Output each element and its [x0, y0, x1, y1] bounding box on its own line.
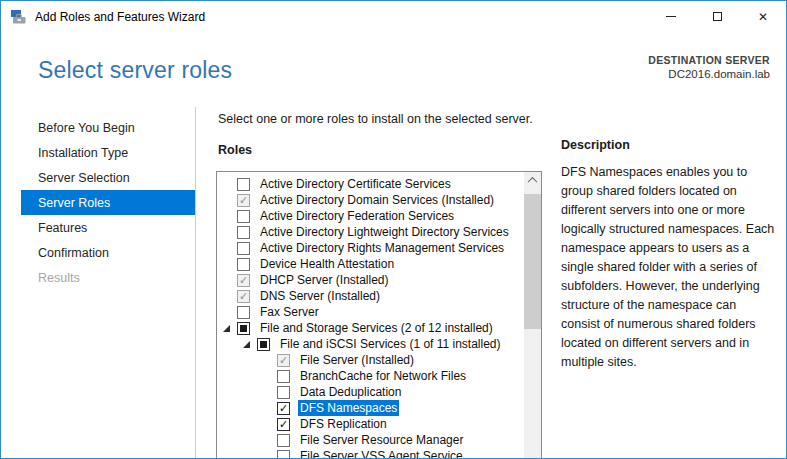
sidebar-item-results[interactable]: Results — [21, 265, 195, 290]
sidebar-separator — [195, 107, 196, 458]
role-label[interactable]: Active Directory Rights Management Servi… — [258, 240, 506, 256]
sidebar-item-server-selection[interactable]: Server Selection — [21, 165, 195, 190]
role-checkbox[interactable] — [237, 242, 250, 255]
role-checkbox[interactable] — [237, 306, 250, 319]
role-row[interactable]: ✓ File Server (Installed) — [217, 352, 524, 368]
sidebar-item-before-you-begin[interactable]: Before You Begin — [21, 115, 195, 140]
minimize-icon — [666, 16, 676, 17]
role-label[interactable]: DNS Server (Installed) — [258, 288, 382, 304]
window-title: Add Roles and Features Wizard — [35, 10, 205, 24]
tree-expander-icon[interactable] — [223, 325, 230, 332]
chevron-up-icon — [528, 177, 538, 187]
role-checkbox[interactable]: ✓ — [237, 194, 250, 207]
role-label[interactable]: BranchCache for Network Files — [298, 368, 468, 384]
role-row[interactable]: File Server Resource Manager — [217, 432, 524, 448]
role-checkbox[interactable]: ✓ — [277, 402, 290, 415]
role-checkbox[interactable] — [237, 178, 250, 191]
role-row[interactable]: BranchCache for Network Files — [217, 368, 524, 384]
destination-server: DESTINATION SERVER DC2016.domain.lab — [648, 54, 770, 80]
role-row[interactable]: ✓ DFS Replication — [217, 416, 524, 432]
sidebar-item-confirmation[interactable]: Confirmation — [21, 240, 195, 265]
role-checkbox[interactable] — [277, 434, 290, 447]
role-row[interactable]: ✓ DFS Namespaces — [217, 400, 524, 416]
partial-check-square — [240, 325, 247, 332]
role-checkbox[interactable]: ✓ — [237, 290, 250, 303]
role-row[interactable]: Active Directory Certificate Services — [217, 176, 524, 192]
role-row[interactable]: Active Directory Federation Services — [217, 208, 524, 224]
description-text: DFS Namespaces enables you to group shar… — [561, 163, 777, 372]
roles-listbox[interactable]: Active Directory Certificate Services ✓ … — [216, 171, 542, 459]
role-label[interactable]: Active Directory Domain Services (Instal… — [258, 192, 496, 208]
role-row[interactable]: Fax Server — [217, 304, 524, 320]
tree-expander-icon[interactable] — [243, 341, 250, 348]
role-row[interactable]: File and iSCSI Services (1 of 11 install… — [217, 336, 524, 352]
role-checkbox[interactable]: ✓ — [237, 274, 250, 287]
role-checkbox[interactable] — [277, 386, 290, 399]
role-label[interactable]: File Server VSS Agent Service — [298, 448, 465, 459]
role-row[interactable]: Active Directory Rights Management Servi… — [217, 240, 524, 256]
wizard-window: Add Roles and Features Wizard ✕ Select s… — [0, 0, 787, 459]
role-label[interactable]: File and Storage Services (2 of 12 insta… — [258, 320, 495, 336]
role-label[interactable]: Data Deduplication — [298, 384, 403, 400]
sidebar-item-server-roles[interactable]: Server Roles — [21, 190, 195, 215]
role-checkbox[interactable] — [277, 370, 290, 383]
roles-scrollbar[interactable] — [524, 172, 541, 459]
sidebar-item-features[interactable]: Features — [21, 215, 195, 240]
role-row[interactable]: ✓ DNS Server (Installed) — [217, 288, 524, 304]
role-row[interactable]: File Server VSS Agent Service — [217, 448, 524, 459]
scrollbar-thumb[interactable] — [524, 194, 541, 329]
role-checkbox[interactable] — [237, 210, 250, 223]
roles-label: Roles — [218, 143, 252, 157]
wizard-sidebar: Before You BeginInstallation TypeServer … — [21, 115, 195, 290]
role-label[interactable]: Fax Server — [258, 304, 321, 320]
role-row[interactable]: File and Storage Services (2 of 12 insta… — [217, 320, 524, 336]
role-label[interactable]: File Server (Installed) — [298, 352, 416, 368]
maximize-icon — [713, 12, 722, 21]
role-label[interactable]: DFS Namespaces — [298, 400, 399, 416]
role-checkbox[interactable] — [277, 450, 290, 459]
scrollbar-up-button[interactable] — [524, 172, 541, 189]
destination-server-label: DESTINATION SERVER — [648, 54, 770, 66]
role-row[interactable]: Active Directory Lightweight Directory S… — [217, 224, 524, 240]
role-checkbox[interactable] — [237, 226, 250, 239]
sidebar-item-installation-type[interactable]: Installation Type — [21, 140, 195, 165]
window-titlebar: Add Roles and Features Wizard ✕ — [1, 1, 786, 32]
role-label[interactable]: DFS Replication — [298, 416, 389, 432]
role-checkbox[interactable] — [237, 322, 250, 335]
role-label[interactable]: Active Directory Certificate Services — [258, 176, 453, 192]
role-row[interactable]: Data Deduplication — [217, 384, 524, 400]
minimize-button[interactable] — [648, 1, 694, 32]
close-icon: ✕ — [758, 11, 768, 23]
maximize-button[interactable] — [694, 1, 740, 32]
destination-server-value: DC2016.domain.lab — [648, 68, 770, 80]
role-checkbox[interactable]: ✓ — [277, 418, 290, 431]
role-checkbox[interactable]: ✓ — [277, 354, 290, 367]
role-label[interactable]: Device Health Attestation — [258, 256, 396, 272]
description-panel: Description DFS Namespaces enables you t… — [561, 138, 777, 372]
partial-check-square — [260, 341, 267, 348]
server-manager-toolbox-icon — [11, 9, 27, 25]
role-label[interactable]: DHCP Server (Installed) — [258, 272, 390, 288]
role-row[interactable]: Device Health Attestation — [217, 256, 524, 272]
role-row[interactable]: ✓ Active Directory Domain Services (Inst… — [217, 192, 524, 208]
role-label[interactable]: File and iSCSI Services (1 of 11 install… — [278, 336, 503, 352]
role-row[interactable]: ✓ DHCP Server (Installed) — [217, 272, 524, 288]
role-checkbox[interactable] — [237, 258, 250, 271]
role-label[interactable]: File Server Resource Manager — [298, 432, 465, 448]
role-label[interactable]: Active Directory Federation Services — [258, 208, 456, 224]
page-title: Select server roles — [38, 57, 232, 84]
close-button[interactable]: ✕ — [740, 1, 786, 32]
role-checkbox[interactable] — [257, 338, 270, 351]
roles-rows: Active Directory Certificate Services ✓ … — [217, 172, 524, 459]
description-heading: Description — [561, 138, 777, 152]
role-label[interactable]: Active Directory Lightweight Directory S… — [258, 224, 511, 240]
instruction-text: Select one or more roles to install on t… — [218, 112, 533, 126]
